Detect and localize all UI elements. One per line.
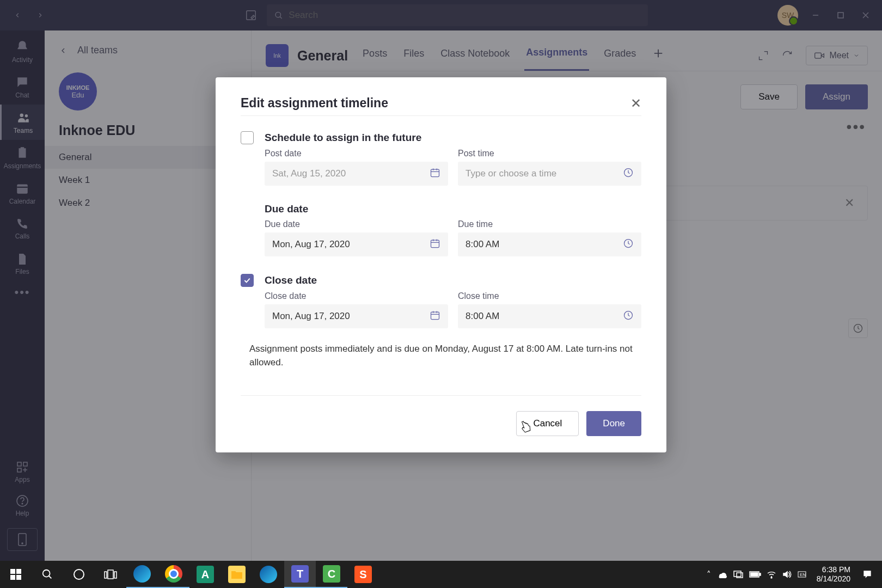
taskbar-edge2[interactable] — [253, 561, 284, 588]
display-icon[interactable] — [733, 570, 744, 579]
svg-rect-46 — [734, 571, 741, 577]
done-button[interactable]: Done — [586, 411, 641, 436]
close-date-label: Close date — [265, 291, 448, 301]
battery-icon[interactable] — [749, 571, 761, 578]
calendar-icon — [430, 310, 440, 323]
due-date-field: Due date Mon, Aug 17, 2020 — [265, 219, 448, 256]
action-center-button[interactable] — [856, 569, 879, 580]
close-time-value: 8:00 AM — [465, 311, 499, 322]
task-view-button[interactable] — [95, 561, 126, 588]
close-fields: Close date Mon, Aug 17, 2020 Close time … — [265, 291, 641, 328]
close-time-input[interactable]: 8:00 AM — [458, 304, 641, 328]
svg-rect-43 — [105, 572, 107, 578]
svg-rect-49 — [759, 573, 761, 575]
calendar-icon — [430, 167, 440, 181]
close-date-value: Mon, Aug 17, 2020 — [272, 311, 350, 322]
svg-rect-44 — [108, 570, 113, 579]
modal-header: Edit assignment timeline ✕ — [241, 96, 641, 116]
post-fields: Post date Sat, Aug 15, 2020 Post time Ty… — [265, 149, 641, 186]
taskbar-camtasia[interactable]: C — [316, 561, 347, 588]
clock-date: 8/14/2020 — [817, 574, 850, 584]
taskbar-chrome[interactable] — [158, 561, 189, 588]
svg-rect-38 — [10, 575, 15, 580]
clock-icon — [623, 310, 634, 323]
taskbar-left: A T C S — [0, 561, 379, 588]
svg-rect-21 — [431, 169, 439, 176]
post-time-placeholder: Type or choose a time — [465, 168, 556, 179]
volume-icon[interactable] — [782, 569, 792, 579]
svg-point-40 — [43, 570, 50, 577]
due-date-value: Mon, Aug 17, 2020 — [272, 239, 350, 250]
folder-icon — [231, 570, 242, 579]
modal-footer: Cancel Done — [241, 395, 641, 436]
clock-icon — [623, 167, 634, 181]
schedule-checkbox[interactable] — [241, 131, 254, 144]
due-date-input[interactable]: Mon, Aug 17, 2020 — [265, 232, 448, 256]
post-date-field: Post date Sat, Aug 15, 2020 — [265, 149, 448, 186]
onedrive-icon[interactable] — [716, 571, 727, 578]
language-icon[interactable]: EN — [797, 569, 807, 579]
calendar-icon — [430, 238, 440, 252]
svg-text:EN: EN — [800, 572, 806, 577]
taskbar-teams[interactable]: T — [284, 561, 316, 588]
taskbar-edge[interactable] — [126, 561, 158, 588]
due-time-label: Due time — [458, 219, 641, 229]
due-fields: Due date Mon, Aug 17, 2020 Due time 8:00… — [265, 219, 641, 256]
taskbar-clock[interactable]: 6:38 PM 8/14/2020 — [811, 565, 856, 584]
schedule-label: Schedule to assign in the future — [265, 132, 421, 144]
modal-close-button[interactable]: ✕ — [630, 96, 641, 111]
notification-icon — [862, 569, 873, 580]
wifi-icon[interactable] — [767, 569, 776, 579]
svg-rect-39 — [16, 575, 21, 580]
cortana-button[interactable] — [63, 561, 95, 588]
taskview-icon — [104, 569, 117, 580]
start-button[interactable] — [0, 561, 32, 588]
taskbar-explorer[interactable] — [221, 561, 253, 588]
post-date-input[interactable]: Sat, Aug 15, 2020 — [265, 162, 448, 186]
modal-body: Schedule to assign in the future Post da… — [241, 116, 641, 370]
due-time-input[interactable]: 8:00 AM — [458, 232, 641, 256]
edit-timeline-modal: Edit assignment timeline ✕ Schedule to a… — [216, 77, 666, 452]
svg-line-41 — [49, 576, 52, 579]
close-date-field: Close date Mon, Aug 17, 2020 — [265, 291, 448, 328]
clock-icon — [623, 238, 634, 252]
cortana-icon — [72, 568, 85, 581]
windows-taskbar: A T C S ˄ EN 6:38 PM 8/14/2020 — [0, 561, 882, 588]
svg-point-51 — [771, 577, 772, 578]
svg-rect-26 — [431, 240, 439, 247]
schedule-row: Schedule to assign in the future — [241, 131, 641, 144]
svg-rect-36 — [10, 569, 15, 574]
windows-icon — [10, 569, 21, 580]
close-date-input[interactable]: Mon, Aug 17, 2020 — [265, 304, 448, 328]
clock-time: 6:38 PM — [817, 565, 850, 574]
tray-chevron-icon[interactable]: ˄ — [707, 569, 711, 579]
close-time-field: Close time 8:00 AM — [458, 291, 641, 328]
post-time-field: Post time Type or choose a time — [458, 149, 641, 186]
post-date-label: Post date — [265, 149, 448, 158]
due-section-label: Due date — [265, 203, 308, 215]
system-tray[interactable]: ˄ EN — [702, 569, 811, 579]
post-time-label: Post time — [458, 149, 641, 158]
taskbar-right: ˄ EN 6:38 PM 8/14/2020 — [702, 561, 882, 588]
close-row: Close date — [241, 274, 641, 287]
modal-title: Edit assignment timeline — [241, 96, 388, 111]
search-taskbar-button[interactable] — [32, 561, 63, 588]
svg-rect-31 — [431, 312, 439, 319]
close-checkbox[interactable] — [241, 274, 254, 287]
post-date-value: Sat, Aug 15, 2020 — [272, 168, 346, 179]
svg-rect-50 — [751, 573, 758, 576]
svg-point-42 — [74, 569, 84, 579]
check-icon — [243, 276, 252, 285]
info-text: Assignment posts immediately and is due … — [241, 341, 641, 370]
taskbar-app-a[interactable]: A — [189, 561, 221, 588]
svg-rect-37 — [16, 569, 21, 574]
due-time-value: 8:00 AM — [465, 239, 499, 250]
due-time-field: Due time 8:00 AM — [458, 219, 641, 256]
due-date-label: Due date — [265, 219, 448, 229]
due-row: Due date — [265, 203, 641, 215]
post-time-input[interactable]: Type or choose a time — [458, 162, 641, 186]
taskbar-snagit[interactable]: S — [347, 561, 379, 588]
search-icon — [41, 568, 53, 580]
svg-rect-45 — [114, 572, 117, 578]
close-time-label: Close time — [458, 291, 641, 301]
